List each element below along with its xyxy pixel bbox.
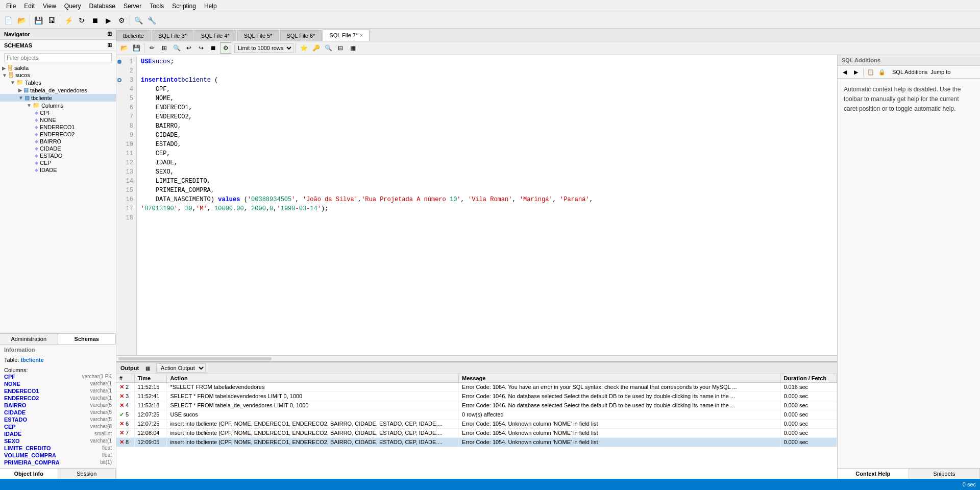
connect-btn[interactable]: ⚡ xyxy=(62,14,75,27)
save-btn[interactable]: 💾 xyxy=(32,14,44,27)
menu-help[interactable]: Help xyxy=(200,2,221,11)
rp-forward-btn[interactable]: ▶ xyxy=(851,67,861,77)
table-name: tbcliente xyxy=(31,95,52,101)
rp-copy-btn[interactable]: 📋 xyxy=(866,67,876,77)
menu-scripting[interactable]: Scripting xyxy=(168,2,200,11)
grid-btn[interactable]: ▦ xyxy=(347,42,358,54)
run-btn[interactable]: ▶ xyxy=(102,14,114,27)
col-type: float xyxy=(102,452,112,458)
tab-sql-file-4-[interactable]: SQL File 4* xyxy=(194,30,236,41)
tree-col-cidade[interactable]: ◆CIDADE xyxy=(0,145,116,152)
save-file-btn[interactable]: 💾 xyxy=(131,42,142,54)
refresh-btn[interactable]: ↻ xyxy=(76,14,88,27)
nav-tab-administration[interactable]: Administration xyxy=(0,334,58,344)
row-duration: 0.000 sec xyxy=(780,410,837,420)
output-row[interactable]: ✕ 4 11:53:18 SELECT * FROM tabela_de_ven… xyxy=(116,401,837,410)
output-row[interactable]: ✕ 7 12:08:04 insert into tbcliente (CPF,… xyxy=(116,429,837,438)
limit-dropdown[interactable]: Limit to 1000 rows Limit to 10 rows Limi… xyxy=(234,43,293,53)
tree-item-sakila[interactable]: ▶ 🗄 sakila xyxy=(0,64,116,71)
tree-col-cep[interactable]: ◆CEP xyxy=(0,159,116,166)
menu-server[interactable]: Server xyxy=(119,2,145,11)
code-area[interactable]: USE sucos; insert into tbcliente ( CPF, … xyxy=(137,55,837,355)
tree-col-end2[interactable]: ◆ENDERECO2 xyxy=(0,131,116,138)
row-duration: 0.000 sec xyxy=(780,420,837,429)
tab-close-btn[interactable]: × xyxy=(360,33,363,38)
tree-col-idade[interactable]: ◆IDADE xyxy=(0,166,116,174)
open-file-btn[interactable]: 📂 xyxy=(118,42,130,54)
run2-btn[interactable]: ⚙ xyxy=(115,14,128,27)
output-row[interactable]: ✕ 8 12:09:05 insert into tbcliente (CPF,… xyxy=(116,438,837,447)
tree-item-columns-folder[interactable]: ▼ 📁 Columns xyxy=(0,102,116,109)
new-file-btn[interactable]: 📄 xyxy=(2,14,14,27)
search-btn[interactable]: 🔍 xyxy=(132,14,144,27)
col-icon: ◆ xyxy=(35,117,38,122)
folder-icon: 📁 xyxy=(16,79,23,86)
tab-session[interactable]: Session xyxy=(58,469,116,479)
tab-sql-file-3-[interactable]: SQL File 3* xyxy=(152,30,193,41)
tree-item-vendedores[interactable]: ▶ ▦ tabela_de_vendedores xyxy=(0,86,116,94)
folder-name: Tables xyxy=(25,80,41,86)
output-row[interactable]: ✕ 3 11:52:41 SELECT * FROM tabeladevende… xyxy=(116,392,837,401)
tree-item-tables[interactable]: ▼ 📁 Tables xyxy=(0,79,116,86)
right-panel-nav: ◀ ▶ 📋 🔒 SQL Additions Jump to xyxy=(838,66,980,79)
h-scrollbar[interactable] xyxy=(116,355,837,361)
tree-col-none[interactable]: ◆NONE xyxy=(0,116,116,124)
tree-col-end1[interactable]: ◆ENDERECO1 xyxy=(0,124,116,131)
error-icon: ✕ xyxy=(119,384,124,390)
menu-edit[interactable]: Edit xyxy=(20,2,39,11)
stop-exec-btn[interactable]: ⏹ xyxy=(208,42,219,54)
output-row[interactable]: ✕ 6 12:07:25 insert into tbcliente (CPF,… xyxy=(116,420,837,429)
tab-sql-file-6-[interactable]: SQL File 6* xyxy=(280,30,322,41)
key-btn[interactable]: 🔑 xyxy=(310,42,322,54)
row-duration: 0.000 sec xyxy=(780,438,837,447)
rp-back-btn[interactable]: ◀ xyxy=(840,67,850,77)
col-name: CIDADE xyxy=(40,145,61,152)
tree-item-tbcliente[interactable]: ▼ ▦ tbcliente xyxy=(0,94,116,102)
col-header-action: Action xyxy=(167,374,459,383)
rp-lock-btn[interactable]: 🔒 xyxy=(877,67,887,77)
output-row[interactable]: ✕ 2 11:52:15 *SELECT FROM tabeladevended… xyxy=(116,383,837,392)
tree-col-cpf[interactable]: ◆CPF xyxy=(0,109,116,116)
split-btn[interactable]: ⊟ xyxy=(335,42,346,54)
output-row[interactable]: ✓ 5 12:07:25 USE sucos 0 row(s) affected… xyxy=(116,410,837,420)
search2-btn[interactable]: 🔍 xyxy=(171,42,182,54)
tree-col-bairro[interactable]: ◆BAIRRO xyxy=(0,138,116,145)
menu-view[interactable]: View xyxy=(39,2,60,11)
code-line-4: CPF, xyxy=(141,85,833,94)
rp-tab-context[interactable]: Context Help xyxy=(838,469,909,479)
tab-sql-file-7-[interactable]: SQL File 7*× xyxy=(323,30,370,41)
tree-col-estado[interactable]: ◆ESTADO xyxy=(0,152,116,159)
tab-sql-file-5-[interactable]: SQL File 5* xyxy=(237,30,279,41)
redo-btn[interactable]: ↪ xyxy=(195,42,207,54)
format-btn[interactable]: ✏ xyxy=(146,42,158,54)
undo-btn[interactable]: ↩ xyxy=(183,42,194,54)
star-btn[interactable]: ⭐ xyxy=(298,42,309,54)
tab-object-info[interactable]: Object Info xyxy=(0,469,58,479)
open-btn[interactable]: 📂 xyxy=(15,14,28,27)
sql-editor[interactable]: 123456789101112131415161718USE sucos; in… xyxy=(116,55,837,355)
menu-file[interactable]: File xyxy=(2,2,20,11)
toolbar-sep-2 xyxy=(60,15,60,26)
rp-tab-snippets[interactable]: Snippets xyxy=(909,469,981,479)
beautify-btn[interactable]: ⊞ xyxy=(159,42,170,54)
menu-database[interactable]: Database xyxy=(85,2,119,11)
row-message: Error Code: 1046. No database selected S… xyxy=(458,401,780,410)
nav-tab-schemas[interactable]: Schemas xyxy=(58,334,116,344)
output-icon-btn[interactable]: ▦ xyxy=(143,363,152,373)
execute-btn[interactable]: ⚙ xyxy=(220,42,231,54)
col-name: ESTADO xyxy=(40,153,62,159)
filter-input[interactable] xyxy=(4,53,112,62)
tree-item-sucos[interactable]: ▼ 🗄 sucos xyxy=(0,71,116,79)
line-number-8: 8 xyxy=(116,121,136,131)
table-name: tabela_de_vendedores xyxy=(30,87,87,93)
row-action: SELECT * FROM tabeladevendedores LIMIT 0… xyxy=(167,392,459,401)
output-dropdown[interactable]: Action Output Text Output xyxy=(156,363,206,373)
magnify-btn[interactable]: 🔍 xyxy=(323,42,334,54)
menu-tools[interactable]: Tools xyxy=(145,2,168,11)
migrate-btn[interactable]: 🔧 xyxy=(145,14,158,27)
stop-btn[interactable]: ⏹ xyxy=(89,14,101,27)
save-all-btn[interactable]: 🖫 xyxy=(45,14,58,27)
code-line-12: IDADE, xyxy=(141,158,833,167)
menu-query[interactable]: Query xyxy=(60,2,85,11)
tab-tbcliente[interactable]: tbcliente xyxy=(116,30,151,41)
